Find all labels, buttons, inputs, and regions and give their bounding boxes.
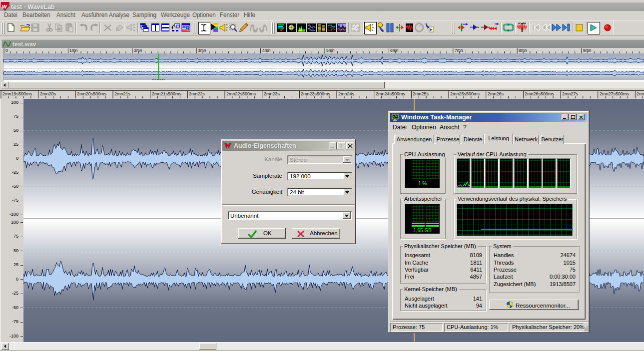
- svg-text:7mn: 7mn: [455, 48, 463, 53]
- svg-text:w: w: [2, 3, 7, 10]
- svg-text:9mn: 9mn: [583, 48, 592, 53]
- svg-text:2mn23s: 2mn23s: [264, 91, 280, 96]
- svg-text:2mn20s500ms: 2mn20s500ms: [77, 91, 107, 96]
- svg-text:2mn19s500ms: 2mn19s500ms: [2, 91, 32, 96]
- svg-text:2mn24s500ms: 2mn24s500ms: [376, 91, 406, 96]
- svg-text:2mn27s500ms: 2mn27s500ms: [600, 91, 630, 96]
- svg-text:8mn: 8mn: [519, 48, 527, 53]
- svg-text:5mn: 5mn: [326, 48, 335, 53]
- svg-text:2mn22s500ms: 2mn22s500ms: [226, 91, 256, 96]
- svg-text:2mn20s: 2mn20s: [40, 91, 56, 96]
- svg-text:2mn28s: 2mn28s: [637, 91, 644, 96]
- svg-text:2mn24s: 2mn24s: [338, 91, 355, 96]
- svg-text:2mn25s500ms: 2mn25s500ms: [450, 91, 480, 96]
- svg-text:2mn21s: 2mn21s: [114, 91, 131, 96]
- svg-text:1mn: 1mn: [69, 48, 78, 53]
- svg-text:2mn23s500ms: 2mn23s500ms: [301, 91, 331, 96]
- svg-text:4mn: 4mn: [262, 48, 271, 53]
- svg-text:2mn21s500ms: 2mn21s500ms: [152, 91, 182, 96]
- svg-text:0: 0: [5, 48, 8, 53]
- svg-text:2mn22s: 2mn22s: [189, 91, 205, 96]
- svg-text:2mn27s: 2mn27s: [562, 91, 579, 96]
- svg-text:2mn25s: 2mn25s: [413, 91, 429, 96]
- svg-text:6mn: 6mn: [390, 48, 399, 53]
- svg-text:2mn: 2mn: [134, 48, 142, 53]
- svg-text:2mn26s500ms: 2mn26s500ms: [525, 91, 555, 96]
- svg-text:3mn: 3mn: [198, 48, 206, 53]
- svg-text:2mn26s: 2mn26s: [488, 91, 504, 96]
